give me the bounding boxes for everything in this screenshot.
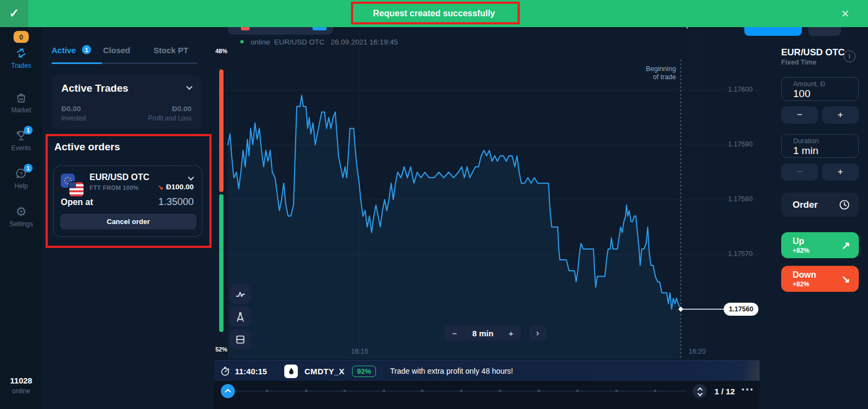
chart-canvas[interactable]	[214, 0, 760, 361]
invested-value: Đ0.00	[61, 105, 81, 113]
open-at-label: Open at	[61, 197, 93, 207]
clock-icon	[839, 199, 850, 210]
cancel-order-button[interactable]: Cancel order	[60, 214, 196, 229]
pnl-value: Đ0.00	[172, 105, 192, 113]
duration-value: 1 min	[793, 145, 858, 157]
trades-panel: Trades Active 1 Closed Stock PT Active T…	[42, 0, 214, 409]
order-subtitle: FTT FROM 100%	[90, 184, 139, 191]
tab-stock-pt[interactable]: Stock PT	[154, 46, 188, 55]
stopwatch-icon	[220, 366, 231, 376]
timeframe-value: 8 min	[465, 325, 501, 341]
app-sidebar: 0 Trades Market 1 Events 1 ? Help ⚙ Sett…	[0, 0, 42, 409]
pager-expand-button[interactable]	[693, 384, 707, 398]
toast-message: Request created successfully	[0, 0, 868, 27]
timeframe-plus-button[interactable]: +	[501, 325, 521, 341]
price-tick: 1.17590	[728, 140, 760, 148]
duration-label: Duration	[793, 137, 858, 145]
price-tick: 1.17600	[728, 86, 760, 93]
indicators-button[interactable]	[230, 284, 251, 304]
scroll-to-now-button[interactable]: ›	[529, 325, 546, 341]
chevron-up-icon	[225, 389, 231, 395]
pnl-label: Profit and Loss	[148, 114, 192, 122]
time-tick: 16:20	[681, 348, 713, 355]
online-counter: 11028 online	[0, 376, 42, 395]
tab-closed[interactable]: Closed	[103, 46, 130, 55]
curve-icon	[234, 288, 246, 300]
chevron-down-icon[interactable]	[188, 174, 194, 180]
info-icon[interactable]: i	[844, 50, 856, 62]
close-icon[interactable]: ✕	[841, 8, 850, 20]
promo-percent-badge: 92%	[352, 366, 376, 377]
arrow-up-right-icon: ↗	[841, 239, 850, 252]
amount-label: Amount, Đ	[793, 80, 858, 88]
oil-drop-icon	[288, 367, 295, 375]
timeframe-minus-button[interactable]: −	[445, 325, 464, 341]
us-flag-icon	[69, 182, 84, 196]
selected-pair[interactable]: EUR/USD OTC	[781, 47, 845, 58]
invested-label: Invested	[61, 114, 86, 122]
events-badge: 1	[24, 126, 33, 135]
down-button[interactable]: Down+82% ↘	[781, 266, 859, 292]
promo-symbol[interactable]: CMDTY_X	[304, 367, 344, 376]
duration-minus-button[interactable]: −	[781, 163, 818, 181]
arrow-down-right-icon: ↘	[841, 273, 850, 285]
sidebar-item-market[interactable]: Market	[0, 91, 42, 114]
trades-arrows-icon	[15, 47, 28, 60]
sidebar-item-events[interactable]: 1 Events	[0, 129, 42, 152]
up-button[interactable]: Up+82% ↗	[781, 232, 859, 258]
chevron-down-icon	[697, 391, 703, 396]
timeframe-control: − 8 min +	[445, 325, 521, 341]
sidebar-item-settings[interactable]: ⚙ Settings	[0, 205, 42, 228]
svg-text:?: ?	[20, 171, 23, 176]
market-bag-icon	[15, 91, 28, 104]
chart-zone: online EUR/USD OTC 26.09.2021 16:19:45 4…	[214, 0, 760, 409]
current-price-badge: 1.17560	[724, 303, 758, 316]
amount-plus-button[interactable]: +	[822, 106, 859, 124]
amount-field[interactable]: Amount, Đ 100	[781, 77, 859, 101]
time-tick: 16:15	[343, 348, 376, 355]
beginning-of-trade-label: Beginningof trade	[595, 65, 676, 81]
duration-field[interactable]: Duration 1 min	[781, 134, 859, 158]
trade-panel: Đ9,704.00 EUR/USD OTC Fixed Time i Amoun…	[760, 0, 868, 409]
active-trades-card: Active Trades Đ0.00 Invested Đ0.00 Profi…	[52, 75, 201, 129]
active-orders-title: Active orders	[54, 141, 120, 153]
price-tick: 1.17580	[728, 195, 760, 203]
split-rows-icon	[234, 334, 246, 346]
trade-mode-label: Fixed Time	[781, 59, 816, 66]
tab-active-badge: 1	[82, 45, 91, 54]
order-amount: ↘Đ100.00	[158, 183, 194, 191]
pager-more-button[interactable]: •••	[742, 385, 755, 394]
drawing-tools-button[interactable]	[230, 307, 251, 327]
promo-countdown: 11:40:15	[235, 367, 267, 376]
asset-logo	[284, 365, 298, 378]
duration-plus-button[interactable]: +	[822, 163, 859, 181]
amount-minus-button[interactable]: −	[781, 106, 818, 124]
toast-banner: ✓ Request created successfully ✕	[0, 0, 868, 27]
collapse-ticker-button[interactable]	[221, 384, 235, 398]
gear-icon: ⚙	[0, 205, 42, 218]
sidebar-item-trades[interactable]: Trades	[0, 47, 42, 69]
open-at-value: 1.35000	[158, 196, 194, 208]
notification-badge[interactable]: 0	[14, 31, 29, 43]
chevron-down-icon[interactable]	[186, 84, 192, 90]
order-card: EUR/USD OTC FTT FROM 100% ↘Đ100.00 Open …	[53, 165, 202, 237]
sidebar-item-help[interactable]: 1 ? Help	[0, 167, 42, 190]
tab-active[interactable]: Active	[52, 46, 76, 55]
pager-page-indicator: 1 / 12	[714, 387, 735, 396]
pager-dots	[266, 389, 656, 392]
help-badge: 1	[24, 164, 33, 172]
chart-layout-button[interactable]	[230, 330, 251, 349]
tab-active-indicator	[52, 62, 102, 64]
price-tick: 1.17570	[728, 250, 760, 258]
order-pair: EUR/USD OTC	[90, 172, 149, 182]
order-button[interactable]: Order	[781, 193, 859, 217]
trading-app: Trades Active 1 Closed Stock PT Active T…	[0, 0, 868, 409]
down-right-arrow-icon: ↘	[158, 183, 163, 191]
promo-message: Trade with extra profit only 48 hours!	[390, 367, 513, 375]
active-trades-title: Active Trades	[61, 82, 129, 94]
amount-value: 100	[793, 88, 858, 100]
compass-icon	[234, 311, 246, 323]
